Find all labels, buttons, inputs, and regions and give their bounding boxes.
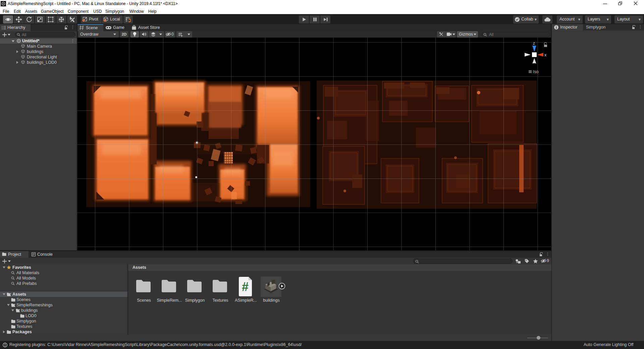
svg-text:z: z xyxy=(533,41,535,46)
svg-text:Iso: Iso xyxy=(533,69,539,74)
svg-text:x: x xyxy=(544,53,546,57)
svg-text:#: # xyxy=(242,280,249,294)
